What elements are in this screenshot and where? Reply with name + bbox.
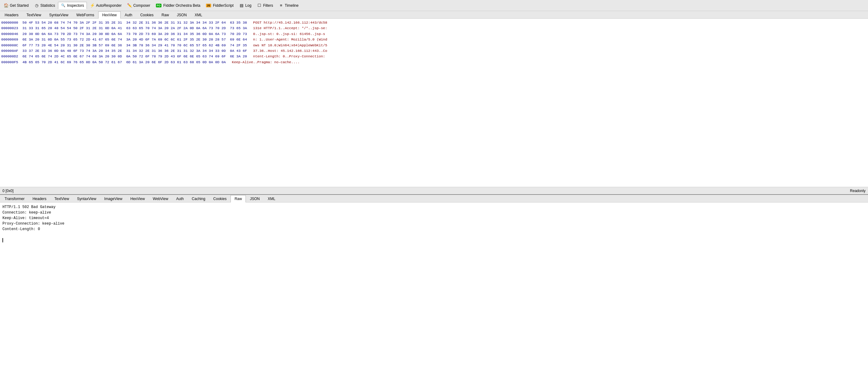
statistics-label: Statistics: [40, 3, 55, 8]
hex-bytes: 33 37 2E 33 36 0D 0A 48 6F 73 74 3A 20 3…: [18, 49, 247, 53]
hex-text: 0..jsp-st: 0..jsp-si: 61456..jsp-s: [253, 32, 326, 36]
fo-badge: FO: [156, 4, 162, 7]
hex-text: 131e HTTP/1.1..Accept: */*..jsp-se:: [253, 26, 328, 30]
top-tab-bar: HeadersTextViewSyntaxViewWebFormsHexView…: [0, 11, 868, 19]
hex-offset: 0000008C: [1, 43, 18, 47]
log-label: Log: [245, 3, 251, 8]
timeline-button[interactable]: ≡ Timeline: [276, 2, 301, 9]
timeline-label: Timeline: [285, 3, 299, 8]
bottom-tab-syntaxview[interactable]: SyntaxView: [73, 195, 100, 202]
fiddler-orchestra-button[interactable]: FO Fiddler Orchestra Beta: [153, 2, 203, 9]
hex-row: 00000046 20 30 0D 0A 6A 73 70 2D 73 74 3…: [1, 31, 867, 37]
hex-row: 000000AF 33 37 2E 33 36 0D 0A 48 6F 73 7…: [1, 48, 867, 54]
bottom-tab-json[interactable]: JSON: [246, 195, 264, 202]
top-tab-headers[interactable]: Headers: [1, 11, 22, 19]
filters-label: Filters: [263, 3, 273, 8]
log-icon: ▤: [239, 3, 244, 8]
statistics-button[interactable]: ◷ Statistics: [32, 2, 57, 9]
get-started-button[interactable]: 🏠 Get Started: [1, 2, 31, 9]
hex-view[interactable]: 00000000 50 4F 53 54 20 68 74 74 70 3A 2…: [0, 19, 868, 187]
top-tab-xml[interactable]: XML: [191, 11, 206, 19]
response-view[interactable]: HTTP/1.1 502 Bad Gateway Connection: kee…: [0, 202, 868, 378]
fiddler-script-label: FiddlerScript: [213, 3, 234, 8]
autoresponder-button[interactable]: ⚡ AutoResponder: [88, 2, 124, 9]
hex-bytes: 50 4F 53 54 20 68 74 74 70 3A 2F 2F 31 3…: [18, 21, 247, 25]
bottom-tab-raw[interactable]: Raw: [230, 195, 246, 202]
top-tab-cookies[interactable]: Cookies: [136, 11, 157, 19]
hex-bytes: 6E 3A 20 31 0D 0A 55 73 65 72 2D 41 67 6…: [18, 37, 247, 41]
composer-button[interactable]: ✏️ Composer: [125, 2, 153, 9]
hex-offset: 000000D2: [1, 54, 18, 58]
hex-row: 00000023 31 33 31 65 20 48 54 54 50 2F 3…: [1, 26, 867, 31]
bottom-tab-cookies[interactable]: Cookies: [209, 195, 230, 202]
status-bar: 0 [0x0] Readonly: [0, 187, 868, 194]
inspectors-icon: 🔍: [61, 3, 66, 8]
autoresponder-label: AutoResponder: [96, 3, 122, 8]
filters-button[interactable]: ☐ Filters: [254, 2, 276, 9]
hex-row: 00000069 6E 3A 20 31 0D 0A 55 73 65 72 2…: [1, 37, 867, 42]
js-badge: JS: [206, 4, 211, 7]
hex-bytes: 6F 77 73 20 4E 54 20 31 30 2E 30 3B 57 6…: [18, 43, 247, 47]
bottom-tab-xml[interactable]: XML: [264, 195, 279, 202]
hex-text: Keep-Alive..Pragma: no-cache....: [232, 60, 300, 64]
bottom-tab-webview[interactable]: WebView: [149, 195, 172, 202]
top-tab-auth[interactable]: Auth: [121, 11, 136, 19]
hex-row: 00000000 50 4F 53 54 20 68 74 74 70 3A 2…: [1, 20, 867, 26]
bottom-tab-textview[interactable]: TextView: [50, 195, 73, 202]
hex-offset: 00000023: [1, 26, 18, 30]
hex-bytes: 20 30 0D 0A 6A 73 70 2D 73 74 3A 20 30 0…: [18, 32, 247, 36]
bottom-tab-bar: TransformerHeadersTextViewSyntaxViewImag…: [0, 195, 868, 202]
autoresponder-icon: ⚡: [90, 3, 95, 8]
hex-offset: 00000046: [1, 32, 18, 36]
fiddler-script-button[interactable]: JS FiddlerScript: [204, 2, 236, 9]
top-tab-json[interactable]: JSON: [173, 11, 191, 19]
composer-icon: ✏️: [127, 3, 132, 8]
fiddler-orchestra-label: Fiddler Orchestra Beta: [163, 3, 200, 8]
bottom-tab-imageview[interactable]: ImageView: [100, 195, 126, 202]
top-tab-syntaxview[interactable]: SyntaxView: [45, 11, 72, 19]
inspectors-label: Inspectors: [67, 3, 84, 8]
top-panel: HeadersTextViewSyntaxViewWebFormsHexView…: [0, 11, 868, 195]
hex-offset: 00000000: [1, 21, 18, 25]
hex-offset: 000000AF: [1, 49, 18, 53]
top-tab-webforms[interactable]: WebForms: [72, 11, 98, 19]
inspectors-button[interactable]: 🔍 Inspectors: [58, 2, 87, 9]
bottom-tab-hexview[interactable]: HexView: [126, 195, 149, 202]
log-button[interactable]: ▤ Log: [237, 2, 254, 9]
bottom-tab-caching[interactable]: Caching: [188, 195, 209, 202]
text-cursor: [2, 238, 3, 242]
main-container: HeadersTextViewSyntaxViewWebFormsHexView…: [0, 11, 868, 378]
top-tab-raw[interactable]: Raw: [157, 11, 173, 19]
hex-text: n: 1..User-Agent: Mozilla/5.0 (Wind: [253, 37, 328, 41]
statistics-icon: ◷: [34, 3, 39, 8]
status-left: 0 [0x0]: [2, 189, 13, 193]
hex-offset: 000000F5: [1, 60, 18, 64]
main-toolbar: 🏠 Get Started ◷ Statistics 🔍 Inspectors …: [0, 0, 868, 11]
hex-text: POST http://45.142.166.112:443/dc58: [253, 21, 328, 25]
hex-row: 000000D2 6E 74 65 6E 74 2D 4C 65 6E 67 7…: [1, 54, 867, 59]
top-tab-hexview[interactable]: HexView: [98, 11, 121, 19]
composer-label: Composer: [133, 3, 150, 8]
bottom-tab-auth[interactable]: Auth: [172, 195, 188, 202]
hex-bytes: 6E 74 65 6E 74 2D 4C 65 6E 67 74 68 3A 2…: [18, 54, 247, 58]
hex-bytes: 4B 65 65 70 2D 41 6C 69 76 65 0D 0A 50 7…: [18, 60, 226, 64]
top-tab-textview[interactable]: TextView: [22, 11, 45, 19]
status-right: Readonly: [850, 189, 866, 193]
hex-row: 0000008C 6F 77 73 20 4E 54 20 31 30 2E 3…: [1, 43, 867, 48]
hex-row: 000000F5 4B 65 65 70 2D 41 6C 69 76 65 0…: [1, 60, 867, 65]
home-icon: 🏠: [4, 3, 9, 8]
hex-text: 37.36..Host: 45.142.166.112:443..Co: [253, 49, 328, 53]
bottom-tab-transformer[interactable]: Transformer: [1, 195, 29, 202]
bottom-panel: TransformerHeadersTextViewSyntaxViewImag…: [0, 195, 868, 378]
hex-text: ntent-Length: 0..Proxy-Connection:: [253, 54, 326, 58]
filters-icon: ☐: [257, 3, 262, 8]
hex-bytes: 31 33 31 65 20 48 54 54 50 2F 31 2E 31 0…: [18, 26, 247, 30]
bottom-tab-headers[interactable]: Headers: [29, 195, 50, 202]
hex-text: ows NT 10.0;Win64;x64)AppleWebKit/5: [253, 43, 328, 47]
get-started-label: Get Started: [10, 3, 29, 8]
timeline-icon: ≡: [279, 3, 284, 8]
hex-offset: 00000069: [1, 37, 18, 41]
